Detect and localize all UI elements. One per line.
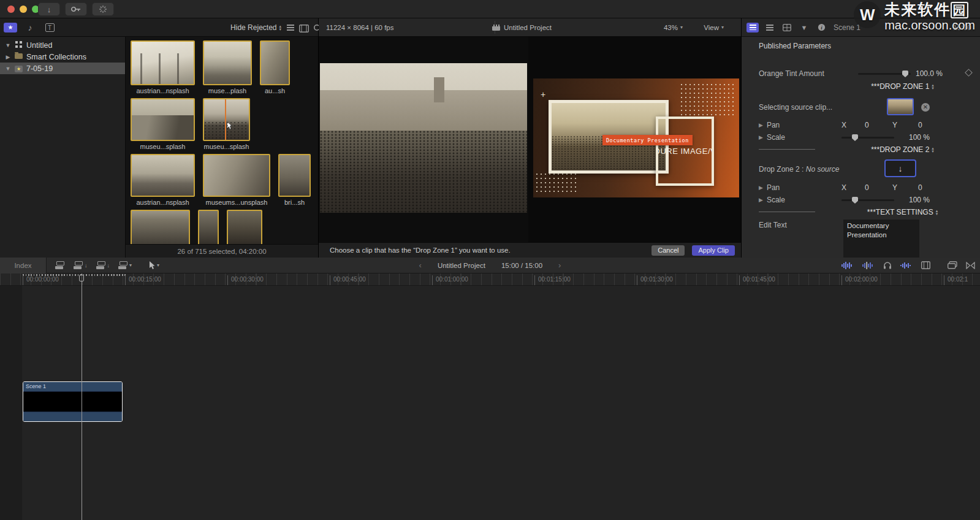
index-button[interactable]: Index [0, 258, 47, 273]
timeline-clip-scene-1[interactable]: Scene 1 [23, 381, 123, 422]
scale-slider[interactable] [841, 137, 894, 139]
clip-thumbnail[interactable] [278, 154, 311, 197]
tab-generator-inspector[interactable] [746, 23, 759, 32]
clip-thumbnail[interactable] [260, 40, 290, 85]
clip-thumbnail[interactable] [131, 210, 190, 244]
close-window-button[interactable] [7, 6, 15, 13]
clip-thumbnail[interactable] [131, 98, 195, 141]
background-tasks-button[interactable] [92, 2, 114, 16]
tab-audio-inspector[interactable]: ▼ [798, 23, 810, 32]
project-viewer[interactable]: + × P YOURE IMAGE/VID Documentary Presen… [528, 37, 741, 242]
disclosure-triangle-icon[interactable]: ▶ [5, 54, 11, 60]
text-settings-header[interactable]: ***TEXT SETTINGS ▴▾ [834, 208, 971, 216]
sidebar-item-smart-collections[interactable]: ▶ Smart Collections [0, 51, 125, 63]
append-edit-button[interactable]: ↓ [96, 261, 110, 269]
overwrite-edit-icon [118, 261, 128, 269]
list-view-button[interactable] [284, 22, 297, 33]
insert-edit-button[interactable]: ↓ [74, 261, 88, 269]
clip-filter-dropdown[interactable]: Hide Rejected [230, 23, 276, 32]
skimming-icon[interactable] [862, 262, 875, 269]
clip-thumbnail[interactable] [227, 210, 262, 244]
pan-x-value[interactable]: 0 [865, 183, 869, 192]
import-media-button[interactable]: ↓ [38, 2, 60, 16]
feedback-bowtie-icon[interactable] [966, 262, 975, 269]
timeline-history-icon[interactable] [948, 261, 957, 269]
minimize-window-button[interactable] [20, 6, 27, 13]
tab-video-inspector[interactable] [781, 23, 793, 32]
browser-clip[interactable] [227, 210, 262, 244]
timeline-ruler[interactable]: 00:00:00:0000:00:15:0000:00:30:0000:00:4… [0, 273, 980, 286]
disclosure-triangle-icon[interactable]: ▶ [759, 122, 763, 128]
solo-headphones-icon[interactable] [883, 261, 892, 269]
disclosure-triangle-icon[interactable]: ▶ [759, 134, 763, 140]
clip-thumbnail[interactable] [203, 40, 252, 85]
drop-zone-2-select-button[interactable]: ↓ [884, 159, 916, 177]
next-project-arrow[interactable]: › [558, 261, 561, 270]
source-viewer[interactable] [319, 37, 528, 242]
sidebar-item-event-7-05-19[interactable]: ▼ ★ 7-05-19 [0, 63, 125, 74]
titles-generators-sidebar-button[interactable]: T [43, 22, 56, 33]
media-sidebar-toggle[interactable]: ★ [4, 22, 17, 33]
slider-thumb[interactable] [902, 71, 908, 77]
disclosure-triangle-icon[interactable]: ▶ [759, 185, 763, 191]
sidebar-item-untitled-library[interactable]: ▼ Untitled [0, 39, 125, 51]
scale-value[interactable]: 100 % [909, 196, 930, 204]
audio-waveform-icon[interactable] [900, 262, 913, 269]
clip-thumbnail[interactable] [203, 154, 270, 197]
browser-clip[interactable] [131, 210, 190, 244]
drop-zone-1-thumbnail[interactable] [887, 98, 914, 115]
drop-zone-2-header[interactable]: ***DROP ZONE 2 ▴▾ [834, 145, 971, 154]
filmstrip-view-button[interactable] [297, 23, 311, 34]
scale-value[interactable]: 100 % [909, 133, 930, 142]
orange-tint-slider[interactable] [858, 73, 911, 75]
edit-text-field[interactable]: Documentary Presentation [843, 220, 919, 260]
view-dropdown[interactable]: View ▾ [704, 24, 724, 31]
clips-grid: austrian...nsplashmuse...plashau...shmus… [126, 37, 318, 244]
tab-text-inspector[interactable] [764, 23, 776, 32]
browser-clip[interactable]: muse...plash [203, 40, 252, 94]
slider-thumb[interactable] [852, 134, 858, 141]
previous-project-arrow[interactable]: ‹ [419, 261, 422, 270]
browser-clip[interactable]: austrian...nsplash [131, 154, 195, 206]
clear-source-icon[interactable]: ✕ [921, 103, 930, 112]
playhead-handle[interactable] [79, 275, 84, 281]
browser-clip[interactable]: museu...splash [131, 98, 195, 150]
pan-x-value[interactable]: 0 [865, 121, 869, 129]
clip-thumbnail[interactable] [198, 210, 219, 244]
keying-button[interactable] [65, 2, 87, 16]
audio-skimming-icon[interactable] [841, 262, 854, 269]
ruler-tick [23, 275, 23, 285]
browser-clip[interactable]: museums...unsplash [203, 154, 270, 206]
scale-slider[interactable] [841, 199, 894, 201]
orange-tint-value[interactable]: 100.0 % [916, 69, 943, 78]
cancel-button[interactable]: Cancel [651, 245, 685, 256]
clip-thumbnail[interactable] [131, 154, 195, 197]
drop-zone-1-header[interactable]: ***DROP ZONE 1 ▴▾ [834, 82, 971, 91]
keyframe-diamond-icon[interactable] [965, 69, 973, 77]
tab-info-inspector[interactable]: i [815, 23, 827, 32]
connect-edit-button[interactable] [55, 261, 65, 269]
browser-clip[interactable]: museu...splash [203, 98, 250, 150]
disclosure-triangle-icon[interactable]: ▼ [5, 66, 11, 72]
clip-thumbnail[interactable] [203, 98, 250, 141]
timeline-track-area[interactable]: Scene 1 [0, 286, 980, 520]
pan-y-value[interactable]: 0 [918, 121, 922, 129]
browser-clip[interactable]: bri...sh [278, 154, 311, 206]
clip-appearance-icon[interactable] [921, 261, 930, 269]
orange-tint-label: Orange Tint Amount [759, 69, 824, 78]
timeline-project-title[interactable]: Untitled Project [438, 262, 485, 269]
disclosure-triangle-icon[interactable]: ▼ [5, 42, 11, 48]
pan-y-value[interactable]: 0 [918, 183, 922, 192]
disclosure-triangle-icon[interactable]: ▶ [759, 197, 763, 203]
apply-clip-button[interactable]: Apply Clip [692, 245, 735, 256]
zoom-level-dropdown[interactable]: 43% ▾ [664, 24, 683, 31]
playhead-line[interactable] [82, 273, 82, 520]
browser-clip[interactable]: au...sh [260, 40, 290, 94]
photos-audio-sidebar-button[interactable]: ♪ [23, 22, 37, 33]
overwrite-edit-dropdown[interactable]: ▾ [118, 261, 132, 269]
tools-dropdown[interactable]: ▾ [149, 261, 159, 270]
browser-clip[interactable]: austrian...nsplash [131, 40, 195, 94]
clip-thumbnail[interactable] [131, 40, 195, 85]
browser-clip[interactable] [198, 210, 219, 244]
slider-thumb[interactable] [852, 197, 858, 204]
